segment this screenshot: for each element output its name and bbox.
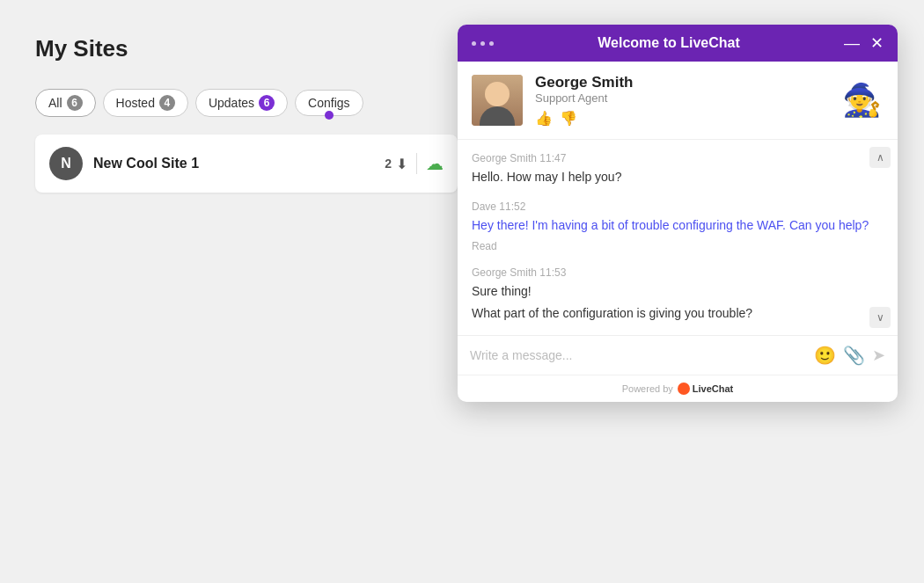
divider <box>416 153 417 174</box>
update-count: 2 <box>385 157 392 171</box>
cloud-icon: ☁ <box>426 153 444 174</box>
msg-text-2: Hey there! I'm having a bit of trouble c… <box>472 216 884 235</box>
filter-tab-all[interactable]: All 6 <box>35 89 96 117</box>
livechat-header: Welcome to LiveChat — ✕ <box>458 25 898 62</box>
scroll-up-button[interactable]: ∧ <box>869 147 891 168</box>
agent-photo <box>472 75 523 126</box>
livechat-widget: Welcome to LiveChat — ✕ George Smith Sup… <box>458 25 898 402</box>
chat-scroll-area: ∧ George Smith 11:47 Hello. How may I he… <box>458 140 898 335</box>
configs-dot-indicator <box>325 111 334 120</box>
chat-input-area: 🙂 📎 ➤ <box>458 335 898 375</box>
filter-all-label: All <box>48 96 62 110</box>
agent-name: George Smith <box>535 74 827 91</box>
footer-powered-by: Powered by <box>622 383 673 394</box>
dot-1 <box>472 41 476 46</box>
mascot-image: 🧙 <box>842 82 882 119</box>
chat-messages[interactable]: ∧ George Smith 11:47 Hello. How may I he… <box>458 140 898 335</box>
agent-role: Support Agent <box>535 91 827 105</box>
message-group-3: George Smith 11:53 Sure thing! What part… <box>472 266 884 323</box>
agent-bar: George Smith Support Agent 👍 👎 🧙 <box>458 62 898 140</box>
close-button[interactable]: ✕ <box>870 35 884 51</box>
filter-configs-label: Configs <box>308 96 349 110</box>
livechat-logo-icon <box>678 383 690 395</box>
message-group-2: Dave 11:52 Hey there! I'm having a bit o… <box>472 200 884 252</box>
msg-read-status: Read <box>472 240 884 252</box>
emoji-icon[interactable]: 🙂 <box>814 345 836 366</box>
filter-hosted-badge: 4 <box>159 95 175 111</box>
filter-hosted-label: Hosted <box>116 96 155 110</box>
site-actions: 2 ⬇ ☁ <box>385 153 444 174</box>
thumbs-up-button[interactable]: 👍 <box>535 110 553 127</box>
filter-all-badge: 6 <box>67 95 83 111</box>
site-name: New Cool Site 1 <box>93 156 374 171</box>
agent-info: George Smith Support Agent 👍 👎 <box>535 74 827 127</box>
dot-2 <box>480 41 485 46</box>
message-group-1: George Smith 11:47 Hello. How may I help… <box>472 152 884 186</box>
filter-updates-label: Updates <box>209 96 254 110</box>
update-badge: 2 ⬇ <box>385 156 407 172</box>
agent-reactions: 👍 👎 <box>535 110 827 127</box>
filter-tab-updates[interactable]: Updates 6 <box>195 89 288 117</box>
msg-text-1: Hello. How may I help you? <box>472 168 884 186</box>
minimize-button[interactable]: — <box>844 35 860 51</box>
scroll-down-button[interactable]: ∨ <box>869 307 891 328</box>
send-button[interactable]: ➤ <box>872 346 885 365</box>
agent-photo-inner <box>472 75 523 126</box>
msg-text-3: Sure thing! <box>472 282 884 301</box>
site-item[interactable]: N New Cool Site 1 2 ⬇ ☁ <box>35 135 458 193</box>
thumbs-down-button[interactable]: 👎 <box>560 110 577 127</box>
download-icon[interactable]: ⬇ <box>396 156 407 172</box>
msg-meta-3: George Smith 11:53 <box>472 266 884 279</box>
chat-footer: Powered by LiveChat <box>458 375 898 402</box>
header-actions: — ✕ <box>844 35 884 51</box>
msg-text-3b: What part of the configuration is giving… <box>472 304 884 323</box>
livechat-logo-text: LiveChat <box>693 383 733 394</box>
header-dots <box>472 41 494 46</box>
mascot: 🧙 <box>840 77 884 125</box>
livechat-title: Welcome to LiveChat <box>494 35 844 51</box>
filter-tab-hosted[interactable]: Hosted 4 <box>103 89 188 117</box>
filter-tab-configs[interactable]: Configs <box>295 90 363 116</box>
msg-meta-1: George Smith 11:47 <box>472 152 884 164</box>
livechat-logo: LiveChat <box>678 383 733 395</box>
site-list: N New Cool Site 1 2 ⬇ ☁ <box>35 135 458 193</box>
attachment-icon[interactable]: 📎 <box>843 345 865 366</box>
filter-updates-badge: 6 <box>259 95 275 111</box>
msg-meta-2: Dave 11:52 <box>472 200 884 213</box>
site-avatar: N <box>49 147 83 180</box>
chat-input[interactable] <box>470 348 807 362</box>
